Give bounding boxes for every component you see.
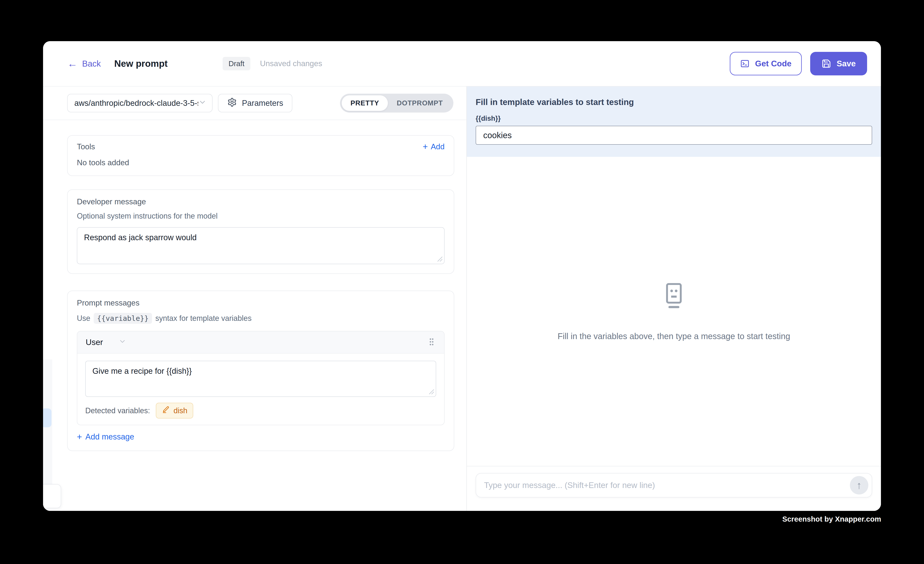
back-button[interactable]: ← Back bbox=[68, 58, 101, 69]
dish-variable-label: {{dish}} bbox=[476, 114, 872, 122]
arrow-left-icon: ← bbox=[68, 58, 78, 69]
chat-empty-state: Fill in the variables above, then type a… bbox=[467, 157, 881, 466]
main-split: aws/anthropic/bedrock-claude-3-5-s... bbox=[43, 87, 881, 511]
variable-syntax-chip: {{variable}} bbox=[94, 313, 152, 324]
empty-state-text: Fill in the variables above, then type a… bbox=[558, 332, 790, 341]
parameters-label: Parameters bbox=[242, 99, 283, 108]
chat-input-container: ↑ bbox=[476, 473, 872, 497]
dish-variable-input[interactable] bbox=[476, 126, 872, 145]
hint-prefix: Use bbox=[77, 314, 90, 323]
unsaved-changes-text: Unsaved changes bbox=[260, 59, 322, 68]
developer-message-subtitle: Optional system instructions for the mod… bbox=[77, 212, 445, 220]
variable-chip-label: dish bbox=[174, 406, 188, 415]
back-label: Back bbox=[82, 59, 101, 69]
variables-heading: Fill in template variables to start test… bbox=[476, 98, 872, 107]
message-block: User bbox=[77, 331, 445, 425]
variable-chip-dish[interactable]: dish bbox=[156, 403, 193, 418]
tools-card: Tools + Add No tools added bbox=[67, 135, 454, 176]
template-hint: Use {{variable}} syntax for template var… bbox=[77, 313, 445, 324]
sidebar-active-item[interactable] bbox=[43, 408, 51, 427]
role-selector-value: User bbox=[86, 338, 103, 347]
add-message-label: Add message bbox=[86, 432, 134, 441]
tools-empty-text: No tools added bbox=[77, 158, 445, 167]
page-title: New prompt bbox=[114, 58, 168, 69]
get-code-button[interactable]: Get Code bbox=[730, 52, 802, 75]
resize-handle-icon[interactable] bbox=[437, 256, 443, 262]
developer-message-title: Developer message bbox=[77, 197, 445, 206]
arrow-up-icon: ↑ bbox=[856, 479, 862, 491]
template-variables-band: Fill in template variables to start test… bbox=[467, 87, 881, 157]
save-floppy-icon bbox=[822, 59, 831, 69]
message-header: User bbox=[77, 332, 444, 354]
chevron-down-icon bbox=[198, 98, 207, 108]
chevron-down-icon bbox=[118, 338, 126, 347]
screenshot-stage: ← Back New prompt Draft Unsaved changes … bbox=[0, 0, 924, 564]
message-body: Give me a recipe for {{dish}} Detected v… bbox=[77, 354, 444, 425]
test-panel: Fill in template variables to start test… bbox=[467, 87, 881, 511]
save-button[interactable]: Save bbox=[810, 52, 867, 75]
model-selector[interactable]: aws/anthropic/bedrock-claude-3-5-s... bbox=[67, 94, 213, 112]
status-badge: Draft bbox=[223, 57, 250, 70]
send-button[interactable]: ↑ bbox=[850, 476, 868, 495]
editor-toolbar: aws/anthropic/bedrock-claude-3-5-s... bbox=[43, 87, 466, 120]
toggle-pretty[interactable]: PRETTY bbox=[342, 95, 388, 111]
get-code-label: Get Code bbox=[755, 59, 792, 68]
parameters-button[interactable]: Parameters bbox=[218, 94, 292, 112]
save-label: Save bbox=[837, 59, 856, 68]
add-tool-label: Add bbox=[431, 142, 445, 151]
watermark-text: Screenshot by Xnapper.com bbox=[782, 515, 881, 523]
resize-handle-icon[interactable] bbox=[429, 389, 435, 395]
robot-face-icon bbox=[662, 282, 686, 311]
app-window: ← Back New prompt Draft Unsaved changes … bbox=[43, 41, 881, 511]
prompt-messages-title: Prompt messages bbox=[77, 298, 445, 308]
plus-icon: + bbox=[423, 142, 428, 151]
model-selector-value: aws/anthropic/bedrock-claude-3-5-s... bbox=[74, 99, 198, 108]
add-tool-button[interactable]: + Add bbox=[423, 142, 445, 151]
detected-variables-row: Detected variables: dis bbox=[85, 403, 436, 418]
tools-title: Tools bbox=[77, 142, 95, 151]
user-message-textarea[interactable]: Give me a recipe for {{dish}} bbox=[85, 361, 436, 397]
editor-content: Tools + Add No tools added Developer mes… bbox=[43, 120, 466, 511]
pencil-icon bbox=[162, 406, 170, 416]
plus-icon: + bbox=[77, 432, 82, 441]
developer-message-textarea[interactable]: Respond as jack sparrow would bbox=[77, 227, 445, 264]
drag-handle-icon[interactable] bbox=[426, 336, 437, 348]
chat-message-input[interactable] bbox=[484, 480, 850, 490]
toggle-dotprompt[interactable]: DOTPROMPT bbox=[388, 95, 452, 111]
detected-variables-label: Detected variables: bbox=[85, 406, 150, 415]
gear-icon bbox=[227, 98, 237, 109]
hint-suffix: syntax for template variables bbox=[155, 314, 252, 323]
prompt-messages-card: Prompt messages Use {{variable}} syntax … bbox=[67, 291, 454, 451]
view-mode-toggle: PRETTY DOTPROMPT bbox=[340, 94, 453, 112]
sidebar-bottom-card bbox=[43, 484, 61, 508]
app-header: ← Back New prompt Draft Unsaved changes … bbox=[43, 41, 881, 87]
role-selector[interactable]: User bbox=[86, 338, 126, 347]
prompt-editor-panel: aws/anthropic/bedrock-claude-3-5-s... bbox=[43, 87, 467, 511]
chat-input-bar: ↑ bbox=[467, 466, 881, 511]
add-message-button[interactable]: + Add message bbox=[77, 432, 134, 441]
developer-message-card: Developer message Optional system instru… bbox=[67, 189, 454, 274]
terminal-icon bbox=[740, 59, 750, 69]
